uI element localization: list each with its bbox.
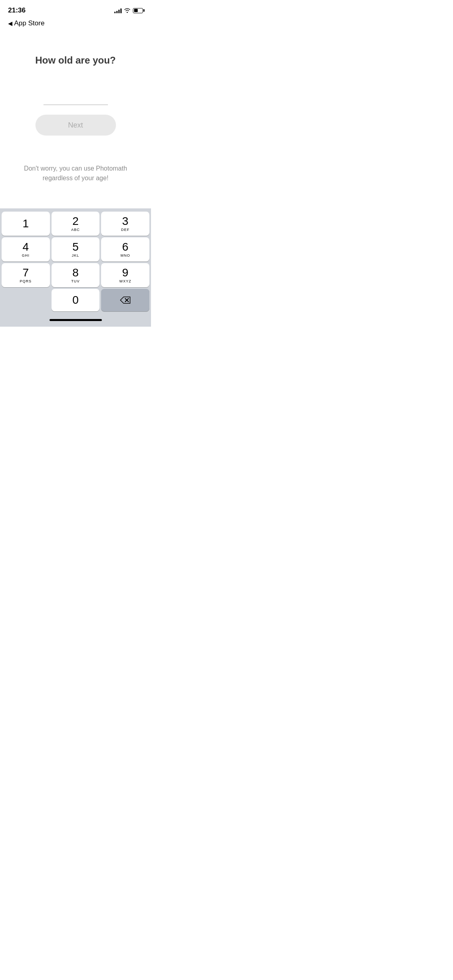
- key-9[interactable]: 9 WXYZ: [101, 263, 149, 287]
- key-1[interactable]: 1: [2, 212, 50, 236]
- back-label: App Store: [14, 19, 45, 27]
- question-title: How old are you?: [35, 55, 116, 66]
- keyboard-bottom-row: 0: [2, 289, 149, 311]
- key-empty: [2, 289, 50, 311]
- age-input-container: [43, 90, 108, 105]
- back-chevron-icon: ◀: [8, 20, 12, 27]
- next-button[interactable]: Next: [35, 115, 116, 136]
- wifi-icon: [124, 8, 130, 13]
- disclaimer-text: Don't worry, you can use Photomath regar…: [16, 164, 135, 183]
- delete-icon: [120, 296, 131, 304]
- main-content: How old are you? Next Don't worry, you c…: [0, 31, 151, 195]
- nav-bar: ◀ App Store: [0, 18, 151, 31]
- key-4[interactable]: 4 GHI: [2, 237, 50, 261]
- status-time: 21:36: [8, 6, 25, 14]
- key-5[interactable]: 5 JKL: [52, 237, 100, 261]
- home-bar: [50, 319, 102, 321]
- key-0[interactable]: 0: [52, 289, 100, 311]
- age-input[interactable]: [43, 90, 108, 105]
- keyboard: 1 2 ABC 3 DEF 4 GHI 5 JKL 6 MNO 7 PQRS 8: [0, 208, 151, 327]
- key-2[interactable]: 2 ABC: [52, 212, 100, 236]
- key-delete[interactable]: [101, 289, 149, 311]
- signal-icon: [114, 8, 122, 13]
- back-button[interactable]: ◀ App Store: [8, 19, 45, 27]
- key-3[interactable]: 3 DEF: [101, 212, 149, 236]
- battery-icon: [133, 8, 143, 13]
- status-icons: [114, 8, 143, 13]
- key-7[interactable]: 7 PQRS: [2, 263, 50, 287]
- key-6[interactable]: 6 MNO: [101, 237, 149, 261]
- home-indicator: [2, 313, 149, 327]
- status-bar: 21:36: [0, 0, 151, 18]
- key-8[interactable]: 8 TUV: [52, 263, 100, 287]
- keyboard-grid: 1 2 ABC 3 DEF 4 GHI 5 JKL 6 MNO 7 PQRS 8: [2, 212, 149, 287]
